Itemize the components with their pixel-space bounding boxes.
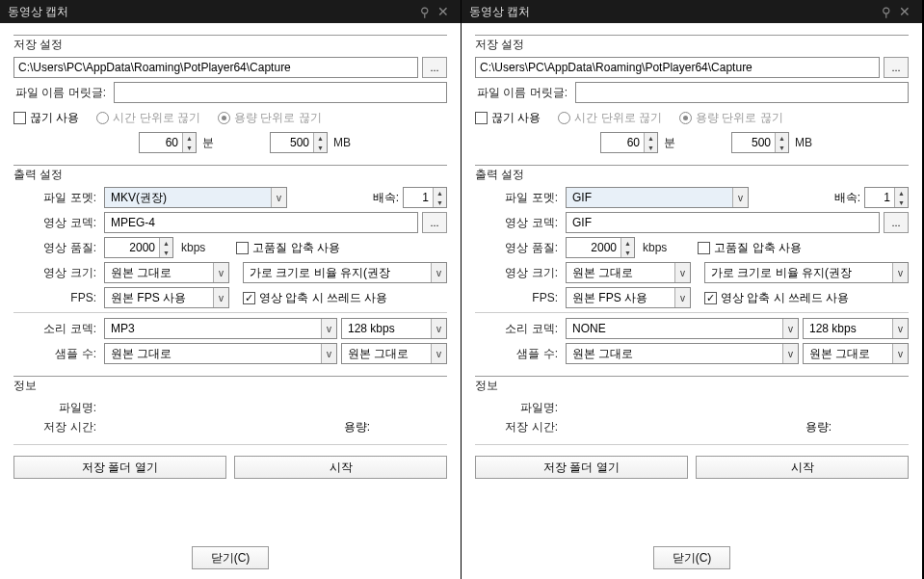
chevron-down-icon: v	[782, 319, 798, 338]
format-label: 파일 포멧:	[475, 190, 562, 206]
spinner-down-icon[interactable]: ▼	[434, 197, 446, 207]
spinner-up-icon[interactable]: ▲	[895, 188, 908, 197]
cut-time-radio[interactable]: 시간 단위로 끊기	[96, 110, 200, 126]
vqual-spinner[interactable]: ▲▼	[566, 237, 635, 258]
start-button[interactable]: 시작	[696, 456, 909, 479]
open-folder-button[interactable]: 저장 폴더 열기	[475, 456, 688, 479]
cut-size-radio[interactable]: 용량 단위로 끊기	[679, 110, 783, 126]
titlebar: 동영상 캡처 ⚲ ✕	[462, 0, 922, 23]
chevron-down-icon: v	[892, 344, 908, 363]
spinner-up-icon[interactable]: ▲	[621, 238, 634, 248]
speed-spinner[interactable]: ▲▼	[403, 187, 447, 208]
cut-use-checkbox[interactable]: 끊기 사용	[13, 110, 79, 126]
filename-label: 파일명:	[475, 400, 562, 416]
open-folder-button[interactable]: 저장 폴더 열기	[13, 456, 226, 479]
format-combo[interactable]: GIF v	[566, 187, 749, 208]
cut-size-spinner[interactable]: ▲▼	[731, 132, 789, 153]
chevron-down-icon: v	[213, 263, 228, 282]
spinner-down-icon[interactable]: ▼	[160, 248, 172, 257]
speed-spinner[interactable]: ▲▼	[864, 187, 909, 208]
vcodec-label: 영상 코덱:	[475, 215, 562, 231]
save-settings-group: 저장 설정 ... 파일 이름 머릿글: 끊기 사용 시간 단위로 끊기	[13, 35, 447, 157]
close-icon[interactable]: ✕	[434, 4, 453, 19]
fps-label: FPS:	[13, 291, 100, 304]
asample2-combo[interactable]: 원본 그대로 v	[341, 343, 447, 364]
spinner-down-icon[interactable]: ▼	[776, 143, 788, 152]
chevron-down-icon: v	[892, 319, 908, 338]
radio-icon	[558, 112, 570, 124]
asample2-combo[interactable]: 원본 그대로 v	[803, 343, 909, 364]
capture-window-left: 동영상 캡처 ⚲ ✕ 저장 설정 ... 파일 이름 머릿글: 끊기 사용	[0, 0, 462, 579]
thread-checkbox[interactable]: 영상 압축 시 쓰레드 사용	[243, 290, 387, 306]
chevron-down-icon: v	[321, 344, 336, 363]
spinner-up-icon[interactable]: ▲	[776, 133, 788, 143]
close-icon[interactable]: ✕	[895, 4, 914, 19]
aspect-combo[interactable]: 가로 크기로 비율 유지(권장 v	[704, 262, 909, 283]
pin-icon[interactable]: ⚲	[416, 5, 434, 19]
vcodec-browse-button[interactable]: ...	[884, 212, 909, 233]
cut-time-spinner[interactable]: ▲▼	[600, 132, 658, 153]
spinner-down-icon[interactable]: ▼	[645, 143, 657, 152]
output-group-label: 출력 설정	[13, 167, 66, 183]
spinner-up-icon[interactable]: ▲	[183, 133, 196, 143]
cut-size-radio[interactable]: 용량 단위로 끊기	[218, 110, 322, 126]
save-path-input[interactable]	[13, 57, 418, 78]
pin-icon[interactable]: ⚲	[878, 5, 895, 19]
vcodec-value: GIF	[566, 212, 880, 233]
save-path-input[interactable]	[475, 57, 880, 78]
info-group-label: 정보	[475, 378, 502, 394]
fps-combo[interactable]: 원본 FPS 사용 v	[566, 287, 691, 308]
info-group: 정보 파일명: 저장 시간: 용량:	[13, 376, 447, 436]
vqual-spinner[interactable]: ▲▼	[104, 237, 173, 258]
cut-use-checkbox[interactable]: 끊기 사용	[475, 110, 541, 126]
prefix-input[interactable]	[575, 82, 909, 103]
spinner-down-icon[interactable]: ▼	[183, 143, 196, 152]
vsize-combo[interactable]: 원본 그대로 v	[104, 262, 229, 283]
vqual-label: 영상 품질:	[475, 240, 562, 256]
asample-combo[interactable]: 원본 그대로 v	[566, 343, 799, 364]
browse-button[interactable]: ...	[884, 57, 909, 78]
spinner-down-icon[interactable]: ▼	[895, 197, 908, 207]
cut-size-spinner[interactable]: ▲▼	[270, 132, 328, 153]
browse-button[interactable]: ...	[422, 57, 447, 78]
cut-time-radio[interactable]: 시간 단위로 끊기	[558, 110, 662, 126]
acodec-combo[interactable]: MP3 v	[104, 318, 337, 339]
close-button[interactable]: 닫기(C)	[192, 546, 269, 569]
spinner-up-icon[interactable]: ▲	[160, 238, 172, 248]
abitrate-combo[interactable]: 128 kbps v	[803, 318, 909, 339]
fps-combo[interactable]: 원본 FPS 사용 v	[104, 287, 229, 308]
aspect-combo[interactable]: 가로 크기로 비율 유지(권장 v	[243, 262, 447, 283]
asample-combo[interactable]: 원본 그대로 v	[104, 343, 337, 364]
spinner-down-icon[interactable]: ▼	[314, 143, 327, 152]
info-size-label: 용량:	[783, 419, 832, 435]
thread-checkbox[interactable]: 영상 압축 시 쓰레드 사용	[704, 290, 849, 306]
start-button[interactable]: 시작	[234, 456, 447, 479]
abitrate-combo[interactable]: 128 kbps v	[341, 318, 447, 339]
spinner-up-icon[interactable]: ▲	[314, 133, 327, 143]
vcodec-browse-button[interactable]: ...	[422, 212, 447, 233]
filename-label: 파일명:	[13, 400, 100, 416]
info-size-label: 용량:	[322, 419, 370, 435]
chevron-down-icon: v	[431, 263, 446, 282]
checkbox-icon	[475, 112, 488, 124]
spinner-up-icon[interactable]: ▲	[434, 188, 446, 197]
hq-checkbox[interactable]: 고품질 압축 사용	[698, 240, 802, 256]
vsize-combo[interactable]: 원본 그대로 v	[566, 262, 691, 283]
acodec-combo[interactable]: NONE v	[566, 318, 799, 339]
prefix-input[interactable]	[114, 82, 447, 103]
spinner-up-icon[interactable]: ▲	[645, 133, 657, 143]
time-label: 저장 시간:	[475, 419, 562, 435]
asample-label: 샘플 수:	[475, 346, 562, 362]
format-combo[interactable]: MKV(권장) v	[104, 187, 287, 208]
chevron-down-icon: v	[674, 288, 690, 307]
chevron-down-icon: v	[431, 319, 446, 338]
cut-time-spinner[interactable]: ▲▼	[139, 132, 197, 153]
save-group-label: 저장 설정	[475, 37, 528, 53]
spinner-down-icon[interactable]: ▼	[621, 248, 634, 257]
close-button[interactable]: 닫기(C)	[653, 546, 730, 569]
hq-checkbox[interactable]: 고품질 압축 사용	[236, 240, 340, 256]
output-group-label: 출력 설정	[475, 167, 528, 183]
prefix-label: 파일 이름 머릿글:	[475, 85, 571, 101]
vsize-label: 영상 크기:	[475, 265, 562, 281]
chevron-down-icon: v	[782, 344, 798, 363]
